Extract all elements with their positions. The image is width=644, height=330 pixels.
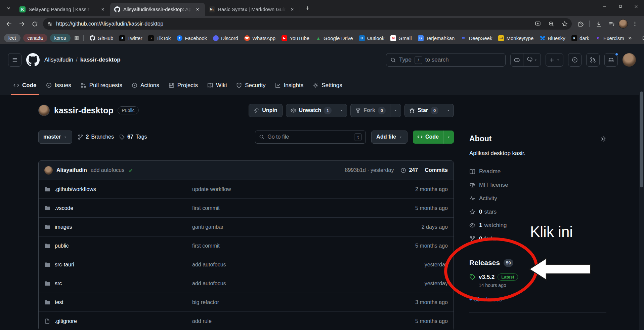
- downloads-button[interactable]: [593, 18, 604, 30]
- forks-link[interactable]: 0forks: [469, 232, 606, 246]
- license-link[interactable]: MIT license: [469, 178, 606, 192]
- file-row[interactable]: src-tauri add autofocus yesterday: [39, 255, 454, 274]
- branch-select-button[interactable]: master: [38, 131, 72, 144]
- bookmark-youtube[interactable]: ▶YouTube: [279, 34, 312, 42]
- bookmark-pill-korea[interactable]: korea: [50, 34, 71, 42]
- minimize-button[interactable]: [597, 0, 612, 13]
- file-row[interactable]: images ganti gambar 2 days ago: [39, 217, 454, 236]
- file-commit-message[interactable]: first commit: [192, 205, 387, 211]
- install-app-button[interactable]: [533, 19, 543, 29]
- close-tab-icon[interactable]: [289, 6, 296, 13]
- file-commit-message[interactable]: first commit: [192, 243, 387, 249]
- file-commit-message[interactable]: add rule: [192, 318, 387, 324]
- bookmark-gmail[interactable]: MGmail: [388, 34, 414, 42]
- maximize-button[interactable]: [612, 0, 628, 13]
- file-row[interactable]: .github/workflows update workflow 2 mont…: [39, 180, 454, 198]
- commit-sha-link[interactable]: 8993b1d: [345, 167, 366, 173]
- fork-caret[interactable]: [390, 104, 401, 117]
- breadcrumb-repo-link[interactable]: kassir-desktop: [80, 57, 121, 63]
- file-name-link[interactable]: .github/workflows: [55, 186, 96, 192]
- bookmark-facebook[interactable]: fFacebook: [174, 34, 210, 42]
- bookmark-google-drive[interactable]: ▲Google Drive: [313, 34, 356, 42]
- tab-insights[interactable]: Insights: [272, 76, 307, 95]
- bookmark-github[interactable]: GitHub: [87, 34, 116, 42]
- bookmark-pill-leet[interactable]: leet: [4, 34, 20, 42]
- browser-tab-markdown[interactable]: M↓ Basic Syntax | Markdown Guide: [205, 3, 300, 16]
- bookmark-twitter[interactable]: XTwitter: [117, 34, 145, 42]
- file-name-link[interactable]: src-tauri: [55, 262, 74, 268]
- browser-menu-button[interactable]: [629, 18, 641, 30]
- tab-search-button[interactable]: [3, 3, 13, 13]
- browser-tab-github-active[interactable]: Alisyaifudin/kassir-desktop: Apli: [110, 3, 205, 16]
- file-name-link[interactable]: src: [55, 281, 62, 287]
- close-window-button[interactable]: [628, 0, 644, 13]
- tab-wiki[interactable]: Wiki: [204, 76, 230, 95]
- copilot-menu-caret[interactable]: [523, 53, 541, 66]
- code-caret[interactable]: [443, 131, 454, 144]
- create-new-button[interactable]: [546, 53, 563, 67]
- reload-button[interactable]: [29, 18, 40, 30]
- global-nav-menu-button[interactable]: [8, 53, 22, 67]
- media-controls-button[interactable]: [606, 18, 617, 30]
- bookmark-terjemahkan[interactable]: GTerjemahkan: [415, 34, 458, 42]
- tab-pull-requests[interactable]: Pull requests: [77, 76, 126, 95]
- global-search-input[interactable]: Type / to search: [386, 53, 506, 67]
- bookmark-deepseek[interactable]: ≈DeepSeek: [458, 34, 495, 42]
- zoom-page-button[interactable]: [546, 19, 556, 29]
- github-logo-icon[interactable]: [26, 53, 40, 67]
- file-name-link[interactable]: .gitignore: [55, 318, 77, 324]
- scrollbar-thumb[interactable]: [640, 91, 643, 187]
- branches-link[interactable]: 2Branches: [78, 134, 114, 140]
- commit-author-link[interactable]: Alisyaifudin: [56, 167, 87, 173]
- commit-history-link[interactable]: 247 Commits: [400, 167, 448, 173]
- activity-link[interactable]: Activity: [469, 192, 606, 205]
- file-row[interactable]: src add autofocus yesterday: [39, 274, 454, 293]
- issues-dashboard-button[interactable]: [568, 53, 582, 67]
- repo-owner-avatar[interactable]: [38, 105, 50, 116]
- apps-grid-button[interactable]: [74, 33, 79, 43]
- extensions-button[interactable]: [574, 18, 586, 30]
- file-row[interactable]: .vscode first commit 5 months ago: [39, 198, 454, 217]
- close-tab-icon[interactable]: [99, 6, 106, 13]
- address-bar[interactable]: https://github.com/Alisyaifudin/kassir-d…: [43, 18, 572, 30]
- releases-header-link[interactable]: Releases 59: [469, 259, 606, 267]
- bookmarks-overflow-button[interactable]: [628, 36, 633, 41]
- tags-link[interactable]: 67Tags: [119, 134, 147, 140]
- star-button[interactable]: Star0: [404, 104, 454, 117]
- bookmark-monkeytype[interactable]: mtMonkeytype: [496, 34, 536, 42]
- forward-button[interactable]: [16, 18, 28, 30]
- more-releases-link[interactable]: + 58 releases: [469, 297, 606, 303]
- go-to-file-input[interactable]: Go to file t: [255, 131, 366, 144]
- bookmark-exercism[interactable]: eExercism: [593, 34, 627, 42]
- bookmark-pill-canada[interactable]: canada: [23, 34, 47, 42]
- latest-release-link[interactable]: v3.5.2 Latest: [469, 273, 606, 281]
- notifications-button[interactable]: [604, 53, 618, 67]
- site-info-icon[interactable]: [47, 21, 53, 27]
- stars-link[interactable]: 0stars: [469, 205, 606, 219]
- bookmark-tiktok[interactable]: ♪TikTok: [145, 34, 173, 42]
- bookmark-whatsapp[interactable]: ☎WhatsApp: [242, 34, 278, 42]
- file-name-link[interactable]: .vscode: [55, 205, 73, 211]
- check-icon[interactable]: [128, 168, 133, 173]
- bookmark-bluesky[interactable]: Bluesky: [537, 34, 568, 42]
- tab-projects[interactable]: Projects: [165, 76, 201, 95]
- copilot-icon[interactable]: [511, 53, 523, 66]
- file-commit-message[interactable]: add autofocus: [192, 281, 387, 287]
- commit-sha-and-time[interactable]: 8993b1d · yesterday: [345, 167, 394, 173]
- tab-security[interactable]: Security: [233, 76, 269, 95]
- file-name-link[interactable]: public: [55, 243, 69, 249]
- fork-button[interactable]: Fork0: [350, 104, 401, 117]
- tab-actions[interactable]: Actions: [128, 76, 163, 95]
- file-row[interactable]: test big refactor 3 months ago: [39, 293, 454, 311]
- commit-author-avatar[interactable]: [44, 166, 53, 175]
- commit-message-link[interactable]: add autofocus: [91, 167, 125, 173]
- tab-settings[interactable]: Settings: [309, 76, 345, 95]
- bookmark-dark[interactable]: kdark: [569, 34, 592, 42]
- code-dropdown-button[interactable]: Code: [413, 131, 454, 144]
- add-file-button[interactable]: Add file: [371, 131, 407, 144]
- file-row[interactable]: .gitignore add rule 5 months ago: [39, 311, 454, 330]
- file-commit-message[interactable]: big refactor: [192, 299, 387, 305]
- browser-profile-avatar[interactable]: [618, 19, 628, 29]
- unwatch-button[interactable]: Unwatch1: [286, 104, 347, 117]
- file-commit-message[interactable]: update workflow: [192, 186, 387, 192]
